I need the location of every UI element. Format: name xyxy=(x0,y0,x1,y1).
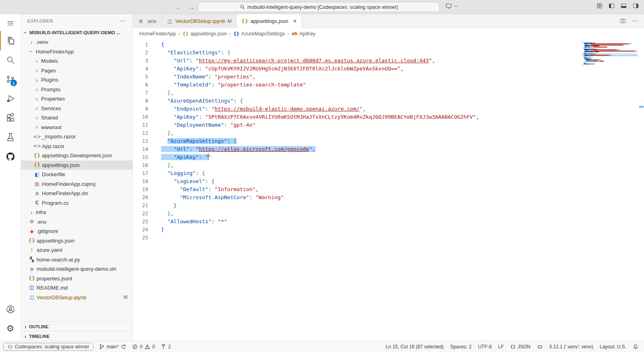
more-actions-icon[interactable]: ⋯ xyxy=(632,17,638,25)
tree-item-Dockerfile[interactable]: ◧Dockerfile xyxy=(21,170,132,179)
more-actions-icon[interactable]: ⋯ xyxy=(120,17,126,25)
code-line[interactable]: "Logging": { xyxy=(161,169,644,177)
forward-icon[interactable]: → xyxy=(188,4,194,10)
code-line[interactable]: "TemplateId": "properties-search-templat… xyxy=(161,81,644,89)
run-debug-button[interactable] xyxy=(0,89,21,108)
code-line[interactable] xyxy=(161,234,644,242)
search-button[interactable] xyxy=(0,50,21,70)
workspace-root[interactable]: › MSBUILD-INTELLIGENT-QUERY-DEMO ... xyxy=(21,28,132,37)
minimap[interactable] xyxy=(582,41,638,67)
testing-button[interactable] xyxy=(0,128,21,147)
code-line[interactable]: }, xyxy=(161,161,644,169)
code-line[interactable]: "DeploymentName": "gpt-4o" xyxy=(161,121,644,129)
breadcrumb-item-HomeFinderApp[interactable]: HomeFinderApp xyxy=(139,31,176,37)
remote-indicator[interactable]: Codespaces: scaling space winner xyxy=(3,343,93,351)
code-line[interactable]: "ElasticSettings": { xyxy=(161,49,644,57)
python-interpreter[interactable]: 3.12.1 ('.venv': venv) xyxy=(547,344,596,350)
back-icon[interactable]: ← xyxy=(176,4,182,10)
eol[interactable]: LF xyxy=(496,344,506,350)
code-line[interactable]: "ApiKey": "" xyxy=(161,153,644,161)
tree-item-Pages[interactable]: ›Pages xyxy=(21,66,132,76)
tree-item-.env[interactable]: ⚙.env xyxy=(21,217,132,227)
tree-item-azure.yaml[interactable]: !azure.yaml xyxy=(21,245,132,255)
indentation[interactable]: Spaces: 2 xyxy=(448,344,474,350)
toggle-panel-icon[interactable] xyxy=(620,2,627,9)
source-control-button[interactable]: 1 xyxy=(0,70,21,89)
code-line[interactable]: { xyxy=(161,41,644,49)
timeline-section[interactable]: › TIMELINE xyxy=(21,331,132,341)
layout-grid-icon[interactable] xyxy=(596,2,603,9)
tree-item-Shared[interactable]: ›Shared xyxy=(21,113,132,123)
code-line[interactable]: } xyxy=(161,226,644,234)
tree-item-HomeFinderApp.csproj[interactable]: ▨HomeFinderApp.csproj xyxy=(21,179,132,189)
encoding[interactable]: UTF-8 xyxy=(476,344,494,350)
code-area[interactable]: { "ElasticSettings": { "Url": "https://m… xyxy=(156,39,644,341)
tree-item-_Imports.razor[interactable]: <>_Imports.razor xyxy=(21,132,132,142)
code-line[interactable]: "AllowedHosts": "*" xyxy=(161,218,644,226)
codespaces-menu[interactable]: › xyxy=(445,2,459,10)
menu-button[interactable] xyxy=(0,16,21,31)
keyboard-layout[interactable]: Layout: U.S. xyxy=(597,344,629,350)
code-line[interactable]: "IndexName": "properties", xyxy=(161,73,644,81)
tree-item-Plugins[interactable]: ›Plugins xyxy=(21,75,132,85)
problems-indicator[interactable]: 0 0 xyxy=(130,344,157,350)
toggle-secondary-sidebar-icon[interactable] xyxy=(632,2,639,9)
language-mode[interactable]: {} JSON xyxy=(508,344,533,350)
ports-indicator[interactable]: 2 xyxy=(158,344,173,350)
close-icon[interactable]: × xyxy=(293,18,297,25)
tab-VectorDBSetup.ipynb[interactable]: ◫VectorDBSetup.ipynbM xyxy=(162,14,237,28)
code-line[interactable]: "Microsoft.AspNetCore": "Warning" xyxy=(161,193,644,202)
tree-item-README.md[interactable]: ⓘREADME.md xyxy=(21,283,132,293)
tree-item-Program.cs[interactable]: CProgram.cs xyxy=(21,198,132,208)
tree-item-Services[interactable]: ›Services xyxy=(21,104,132,113)
notifications[interactable] xyxy=(630,344,641,350)
account-button[interactable] xyxy=(0,300,21,319)
tree-item-home-search-ai.py[interactable]: ▚home-search-ai.py xyxy=(21,255,132,265)
tree-item-HomeFinderApp.sln[interactable]: ≡HomeFinderApp.sln xyxy=(21,189,132,198)
tree-item-VectorDBSetup.ipynb[interactable]: ◫VectorDBSetup.ipynbM xyxy=(21,293,132,303)
tree-item-Prompts[interactable]: ›Prompts xyxy=(21,85,132,95)
code-line[interactable]: "AzureMapsSettings": { xyxy=(161,137,644,145)
tree-item-infra[interactable]: ›infra xyxy=(21,208,132,217)
tree-item-properties.jsonl[interactable]: {}properties.jsonl xyxy=(21,274,132,284)
tree-item-appsettings.json[interactable]: {}appsettings.json xyxy=(21,161,132,170)
code-line[interactable]: "Url": "https://atlas.microsoft.com/geoc… xyxy=(161,145,644,153)
code-line[interactable]: "Url": "https://my-elasticsearch-project… xyxy=(161,57,644,65)
outline-section[interactable]: › OUTLINE xyxy=(21,321,132,331)
command-center[interactable]: msbuild-intelligent-query-demo [Codespac… xyxy=(198,2,440,12)
split-editor-icon[interactable] xyxy=(620,18,626,24)
branch-indicator[interactable]: main* xyxy=(97,344,129,350)
cursor-position[interactable]: Ln 15, Col 16 (87 selected) xyxy=(383,344,446,350)
tree-item-.gitignore[interactable]: ◆.gitignore xyxy=(21,226,132,236)
settings-button[interactable]: ⚙ xyxy=(0,319,21,338)
breadcrumb-item-AzureMapsSettings[interactable]: {}AzureMapsSettings xyxy=(233,31,285,37)
copilot-status[interactable] xyxy=(535,344,545,350)
code-line[interactable]: "LogLevel": { xyxy=(161,177,644,185)
tree-item-HomeFinderApp[interactable]: ›HomeFinderApp xyxy=(21,47,132,57)
breadcrumb-item-appsettings.json[interactable]: {}appsettings.json xyxy=(182,31,227,37)
breadcrumb-item-ApiKey[interactable]: abApiKey xyxy=(291,31,316,37)
code-line[interactable]: "Endpoint": "https://msbuild-elastic-dem… xyxy=(161,105,644,113)
code-line[interactable]: "ApiKey": "cUpfUkVKY0I2V2RUVHg5cmZjN3E6T… xyxy=(161,65,644,73)
github-button[interactable] xyxy=(0,147,21,166)
explorer-button[interactable] xyxy=(0,31,21,50)
code-line[interactable]: }, xyxy=(161,89,644,97)
tree-item-Models[interactable]: ›Models xyxy=(21,56,132,66)
tab-.env[interactable]: ⚙.env xyxy=(133,14,162,28)
toggle-sidebar-icon[interactable] xyxy=(608,2,615,9)
tree-item-App.razor[interactable]: <>App.razor xyxy=(21,142,132,151)
code-line[interactable]: }, xyxy=(161,210,644,218)
code-line[interactable]: }, xyxy=(161,129,644,137)
code-line[interactable]: } xyxy=(161,202,644,210)
code-line[interactable]: "AzureOpenAISettings": { xyxy=(161,97,644,105)
tree-item-msbuild-intelligent-query-demo.sln[interactable]: ≡msbuild-intelligent-query-demo.sln xyxy=(21,264,132,274)
extensions-button[interactable] xyxy=(0,108,21,128)
tree-item-Properties[interactable]: ›Properties xyxy=(21,94,132,104)
code-line[interactable]: "ApiKey": "5PtRAXzP7C6Axvo4VRiIYU0aKSOtM… xyxy=(161,113,644,121)
tree-item-wwwroot[interactable]: ›wwwroot xyxy=(21,123,132,132)
tree-item-appsettings.json[interactable]: {}appsettings.json xyxy=(21,236,132,246)
tree-item-appsettings.Development.json[interactable]: {}appsettings.Development.json xyxy=(21,151,132,161)
tree-item-.venv[interactable]: ›.venv xyxy=(21,37,132,47)
tab-appsettings.json[interactable]: {}appsettings.json× xyxy=(237,14,302,28)
code-line[interactable]: "Default": "Information", xyxy=(161,185,644,193)
